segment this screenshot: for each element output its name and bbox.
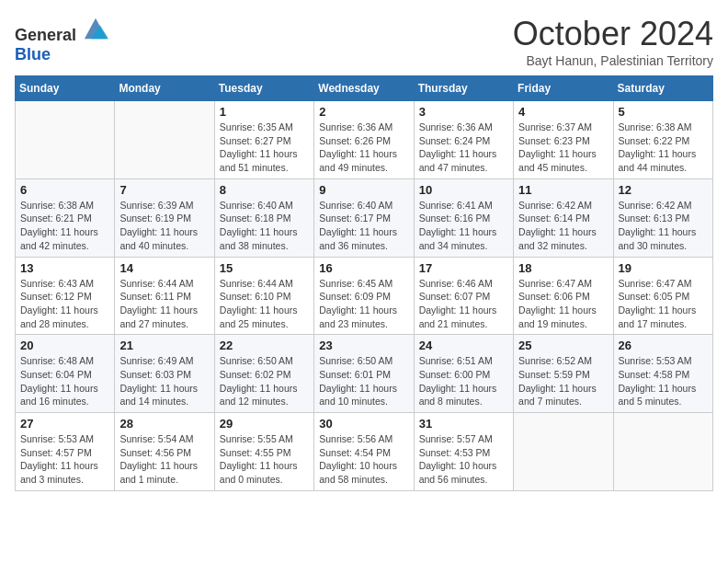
day-info: Sunrise: 6:45 AMSunset: 6:09 PMDaylight:…: [319, 277, 408, 331]
day-info: Sunrise: 6:42 AMSunset: 6:14 PMDaylight:…: [518, 199, 608, 253]
day-info: Sunrise: 6:35 AMSunset: 6:27 PMDaylight:…: [220, 121, 309, 175]
logo: General Blue: [15, 15, 108, 64]
day-info: Sunrise: 5:53 AMSunset: 4:58 PMDaylight:…: [619, 354, 708, 408]
calendar-cell: [115, 101, 214, 179]
day-number: 16: [319, 261, 408, 275]
calendar-cell: 7Sunrise: 6:39 AMSunset: 6:19 PMDaylight…: [115, 178, 214, 257]
calendar-cell: 11Sunrise: 6:42 AMSunset: 6:14 PMDayligh…: [514, 178, 613, 257]
page-header: General Blue October 2024 Bayt Hanun, Pa…: [15, 15, 713, 68]
day-number: 6: [20, 183, 109, 197]
calendar-cell: 19Sunrise: 6:47 AMSunset: 6:05 PMDayligh…: [613, 257, 712, 335]
calendar-cell: 14Sunrise: 6:44 AMSunset: 6:11 PMDayligh…: [115, 257, 214, 335]
day-info: Sunrise: 6:43 AMSunset: 6:12 PMDaylight:…: [20, 277, 109, 331]
day-info: Sunrise: 6:36 AMSunset: 6:24 PMDaylight:…: [419, 121, 508, 175]
calendar-cell: [514, 413, 613, 491]
day-number: 26: [619, 339, 708, 352]
calendar-cell: 22Sunrise: 6:50 AMSunset: 6:02 PMDayligh…: [214, 335, 313, 413]
day-number: 15: [220, 261, 309, 275]
calendar-cell: 10Sunrise: 6:41 AMSunset: 6:16 PMDayligh…: [414, 178, 513, 257]
weekday-header-cell: Friday: [514, 76, 613, 101]
day-number: 5: [619, 105, 708, 119]
day-number: 1: [220, 105, 309, 119]
calendar-cell: 23Sunrise: 6:50 AMSunset: 6:01 PMDayligh…: [314, 335, 414, 413]
weekday-header-cell: Sunday: [16, 76, 115, 101]
day-number: 7: [119, 183, 209, 197]
calendar-cell: 21Sunrise: 6:49 AMSunset: 6:03 PMDayligh…: [115, 335, 214, 413]
day-number: 29: [220, 417, 309, 431]
logo-blue: Blue: [15, 45, 51, 63]
day-number: 18: [518, 261, 608, 275]
weekday-header-cell: Tuesday: [214, 76, 313, 101]
day-number: 25: [518, 339, 608, 352]
month-title: October 2024: [513, 15, 713, 53]
calendar-table: SundayMondayTuesdayWednesdayThursdayFrid…: [15, 75, 713, 491]
day-info: Sunrise: 6:44 AMSunset: 6:10 PMDaylight:…: [220, 277, 309, 331]
day-number: 20: [20, 339, 109, 352]
day-number: 22: [220, 339, 309, 352]
day-number: 28: [119, 417, 209, 431]
day-info: Sunrise: 6:40 AMSunset: 6:18 PMDaylight:…: [220, 199, 309, 253]
day-info: Sunrise: 6:39 AMSunset: 6:19 PMDaylight:…: [119, 199, 209, 253]
day-info: Sunrise: 6:38 AMSunset: 6:22 PMDaylight:…: [619, 121, 708, 175]
calendar-cell: 3Sunrise: 6:36 AMSunset: 6:24 PMDaylight…: [414, 101, 513, 179]
logo-text: General Blue: [15, 15, 108, 64]
day-info: Sunrise: 6:49 AMSunset: 6:03 PMDaylight:…: [119, 354, 209, 408]
day-number: 23: [319, 339, 408, 352]
weekday-header-row: SundayMondayTuesdayWednesdayThursdayFrid…: [16, 76, 713, 101]
day-info: Sunrise: 6:44 AMSunset: 6:11 PMDaylight:…: [119, 277, 209, 331]
calendar-cell: [613, 413, 712, 491]
day-info: Sunrise: 6:47 AMSunset: 6:06 PMDaylight:…: [518, 277, 608, 331]
day-number: 9: [319, 183, 408, 197]
day-info: Sunrise: 6:50 AMSunset: 6:02 PMDaylight:…: [220, 354, 309, 408]
day-info: Sunrise: 5:57 AMSunset: 4:53 PMDaylight:…: [419, 432, 508, 487]
day-number: 3: [419, 105, 508, 119]
calendar-cell: 2Sunrise: 6:36 AMSunset: 6:26 PMDaylight…: [314, 101, 414, 179]
day-number: 12: [619, 183, 708, 197]
calendar-cell: 12Sunrise: 6:42 AMSunset: 6:13 PMDayligh…: [613, 178, 712, 257]
day-number: 19: [619, 261, 708, 275]
day-number: 31: [419, 417, 508, 431]
calendar-week-row: 20Sunrise: 6:48 AMSunset: 6:04 PMDayligh…: [16, 335, 713, 413]
day-number: 2: [319, 105, 408, 119]
calendar-cell: 1Sunrise: 6:35 AMSunset: 6:27 PMDaylight…: [214, 101, 313, 179]
calendar-cell: 5Sunrise: 6:38 AMSunset: 6:22 PMDaylight…: [613, 101, 712, 179]
day-number: 13: [20, 261, 109, 275]
day-info: Sunrise: 6:46 AMSunset: 6:07 PMDaylight:…: [419, 277, 508, 331]
calendar-cell: 8Sunrise: 6:40 AMSunset: 6:18 PMDaylight…: [214, 178, 313, 257]
calendar-cell: 4Sunrise: 6:37 AMSunset: 6:23 PMDaylight…: [514, 101, 613, 179]
calendar-cell: 25Sunrise: 6:52 AMSunset: 5:59 PMDayligh…: [514, 335, 613, 413]
day-number: 17: [419, 261, 508, 275]
calendar-cell: 13Sunrise: 6:43 AMSunset: 6:12 PMDayligh…: [16, 257, 115, 335]
calendar-cell: 16Sunrise: 6:45 AMSunset: 6:09 PMDayligh…: [314, 257, 414, 335]
calendar-cell: 15Sunrise: 6:44 AMSunset: 6:10 PMDayligh…: [214, 257, 313, 335]
calendar-cell: 28Sunrise: 5:54 AMSunset: 4:56 PMDayligh…: [115, 413, 214, 491]
day-info: Sunrise: 6:51 AMSunset: 6:00 PMDaylight:…: [419, 354, 508, 408]
calendar-body: 1Sunrise: 6:35 AMSunset: 6:27 PMDaylight…: [16, 101, 713, 491]
day-number: 10: [419, 183, 508, 197]
location-title: Bayt Hanun, Palestinian Territory: [513, 53, 713, 68]
day-info: Sunrise: 6:36 AMSunset: 6:26 PMDaylight:…: [319, 121, 408, 175]
calendar-cell: 18Sunrise: 6:47 AMSunset: 6:06 PMDayligh…: [514, 257, 613, 335]
calendar-week-row: 27Sunrise: 5:53 AMSunset: 4:57 PMDayligh…: [16, 413, 713, 491]
calendar-cell: 31Sunrise: 5:57 AMSunset: 4:53 PMDayligh…: [414, 413, 513, 491]
day-number: 30: [319, 417, 408, 431]
day-info: Sunrise: 6:37 AMSunset: 6:23 PMDaylight:…: [518, 121, 608, 175]
day-info: Sunrise: 5:54 AMSunset: 4:56 PMDaylight:…: [119, 432, 209, 487]
calendar-cell: 9Sunrise: 6:40 AMSunset: 6:17 PMDaylight…: [314, 178, 414, 257]
logo-icon: [83, 15, 108, 40]
day-info: Sunrise: 6:42 AMSunset: 6:13 PMDaylight:…: [619, 199, 708, 253]
day-number: 8: [220, 183, 309, 197]
weekday-header-cell: Saturday: [613, 76, 712, 101]
calendar-cell: 20Sunrise: 6:48 AMSunset: 6:04 PMDayligh…: [16, 335, 115, 413]
day-number: 4: [518, 105, 608, 119]
day-info: Sunrise: 6:38 AMSunset: 6:21 PMDaylight:…: [20, 199, 109, 253]
calendar-cell: 30Sunrise: 5:56 AMSunset: 4:54 PMDayligh…: [314, 413, 414, 491]
calendar-cell: [16, 101, 115, 179]
day-info: Sunrise: 6:47 AMSunset: 6:05 PMDaylight:…: [619, 277, 708, 331]
day-info: Sunrise: 6:41 AMSunset: 6:16 PMDaylight:…: [419, 199, 508, 253]
day-number: 24: [419, 339, 508, 352]
day-info: Sunrise: 6:50 AMSunset: 6:01 PMDaylight:…: [319, 354, 408, 408]
calendar-cell: 29Sunrise: 5:55 AMSunset: 4:55 PMDayligh…: [214, 413, 313, 491]
day-number: 11: [518, 183, 608, 197]
calendar-cell: 17Sunrise: 6:46 AMSunset: 6:07 PMDayligh…: [414, 257, 513, 335]
